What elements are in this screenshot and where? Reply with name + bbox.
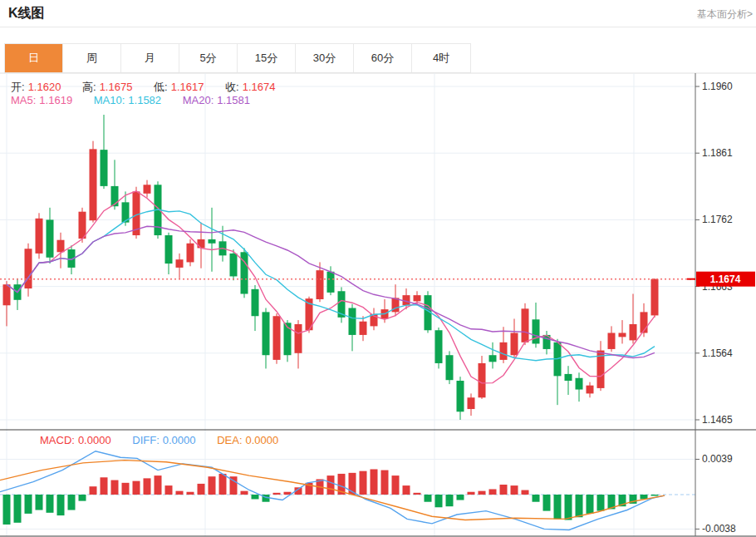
close-value: 1.1674 [243,81,276,93]
open-value: 1.1620 [28,81,61,93]
dea-label: DEA: [217,434,242,446]
ma5-value: 1.1619 [39,94,72,106]
low-label: 低: [154,81,168,93]
macd-legend: MACD:0.0000 DIFF:0.0000 DEA:0.0000 [40,434,282,446]
svg-text:1.1564: 1.1564 [702,347,733,359]
dea-value: 0.0000 [246,434,279,446]
open-label: 开: [11,81,25,93]
ma20-value: 1.1581 [217,94,250,106]
close-label: 收: [225,81,239,93]
ohlc-legend: 开:1.1620 高:1.1675 低:1.1617 收:1.1674 [11,80,278,95]
svg-text:1.1465: 1.1465 [702,414,733,426]
svg-text:1.1762: 1.1762 [702,214,733,225]
svg-text:-0.0038: -0.0038 [702,523,736,535]
ma5-label: MA5: [11,94,36,106]
low-value: 1.1617 [171,81,204,93]
ma10-value: 1.1582 [128,94,161,106]
svg-text:0.0039: 0.0039 [702,453,733,465]
svg-text:1.1674: 1.1674 [710,273,741,285]
ma20-label: MA20: [183,94,214,106]
macd-label: MACD: [40,434,75,446]
diff-value: 0.0000 [163,434,196,446]
kline-app: K线图 基本面分析> 日 周 月 5分 15分 30分 60分 4时 1.196… [0,0,756,537]
high-label: 高: [82,81,96,93]
high-value: 1.1675 [100,81,133,93]
ma-legend: MA5:1.1619 MA10:1.1582 MA20:1.1581 [11,94,253,106]
svg-text:1.1960: 1.1960 [702,81,733,92]
ma10-label: MA10: [94,94,125,106]
macd-value: 0.0000 [78,434,111,446]
diff-label: DIFF: [132,434,160,446]
svg-text:1.1861: 1.1861 [702,147,733,159]
